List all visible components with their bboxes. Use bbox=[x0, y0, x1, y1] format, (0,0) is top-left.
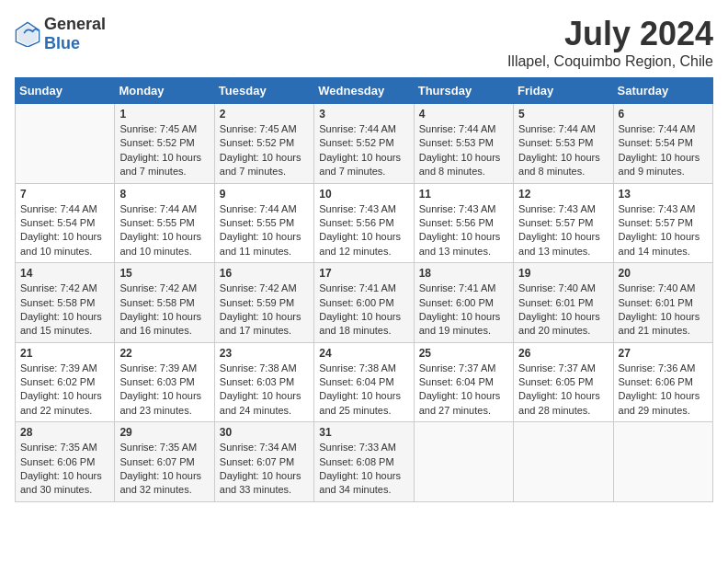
day-cell: 14 Sunrise: 7:42 AM Sunset: 5:58 PM Dayl… bbox=[16, 263, 115, 343]
day-number: 24 bbox=[319, 347, 408, 360]
daylight-text: Daylight: 10 hours and 28 minutes. bbox=[518, 390, 600, 415]
day-info: Sunrise: 7:34 AM Sunset: 6:07 PM Dayligh… bbox=[220, 441, 309, 498]
daylight-text: Daylight: 10 hours and 10 minutes. bbox=[20, 231, 102, 256]
day-number: 2 bbox=[220, 108, 309, 121]
day-info: Sunrise: 7:37 AM Sunset: 6:05 PM Dayligh… bbox=[518, 362, 608, 419]
day-cell: 6 Sunrise: 7:44 AM Sunset: 5:54 PM Dayli… bbox=[613, 104, 712, 184]
day-info: Sunrise: 7:39 AM Sunset: 6:02 PM Dayligh… bbox=[20, 362, 109, 419]
sunset-text: Sunset: 6:01 PM bbox=[518, 297, 593, 308]
day-cell: 2 Sunrise: 7:45 AM Sunset: 5:52 PM Dayli… bbox=[214, 104, 313, 184]
week-row-2: 14 Sunrise: 7:42 AM Sunset: 5:58 PM Dayl… bbox=[16, 263, 713, 343]
sunrise-text: Sunrise: 7:45 AM bbox=[119, 123, 197, 134]
day-cell: 10 Sunrise: 7:43 AM Sunset: 5:56 PM Dayl… bbox=[314, 183, 414, 263]
daylight-text: Daylight: 10 hours and 15 minutes. bbox=[20, 311, 102, 336]
day-info: Sunrise: 7:44 AM Sunset: 5:55 PM Dayligh… bbox=[220, 202, 309, 259]
day-info: Sunrise: 7:35 AM Sunset: 6:07 PM Dayligh… bbox=[119, 441, 209, 498]
day-number: 5 bbox=[518, 108, 608, 121]
sunrise-text: Sunrise: 7:44 AM bbox=[20, 203, 97, 214]
sunrise-text: Sunrise: 7:44 AM bbox=[119, 203, 197, 214]
sunset-text: Sunset: 5:53 PM bbox=[419, 137, 494, 148]
day-cell: 16 Sunrise: 7:42 AM Sunset: 5:59 PM Dayl… bbox=[214, 263, 313, 343]
daylight-text: Daylight: 10 hours and 30 minutes. bbox=[20, 470, 102, 495]
daylight-text: Daylight: 10 hours and 16 minutes. bbox=[119, 311, 201, 336]
logo-icon bbox=[15, 21, 40, 47]
daylight-text: Daylight: 10 hours and 29 minutes. bbox=[619, 390, 700, 415]
day-info: Sunrise: 7:44 AM Sunset: 5:55 PM Dayligh… bbox=[119, 202, 209, 259]
day-info: Sunrise: 7:41 AM Sunset: 6:00 PM Dayligh… bbox=[419, 282, 508, 339]
day-cell: 21 Sunrise: 7:39 AM Sunset: 6:02 PM Dayl… bbox=[16, 342, 115, 422]
day-cell: 9 Sunrise: 7:44 AM Sunset: 5:55 PM Dayli… bbox=[214, 183, 313, 263]
day-info: Sunrise: 7:44 AM Sunset: 5:52 PM Dayligh… bbox=[319, 122, 408, 179]
day-number: 3 bbox=[319, 108, 408, 121]
sunrise-text: Sunrise: 7:42 AM bbox=[220, 282, 297, 293]
page-header: General Blue July 2024 Illapel, Coquimbo… bbox=[15, 15, 713, 70]
day-number: 27 bbox=[619, 347, 708, 360]
day-info: Sunrise: 7:42 AM Sunset: 5:59 PM Dayligh… bbox=[220, 282, 309, 339]
day-info: Sunrise: 7:42 AM Sunset: 5:58 PM Dayligh… bbox=[119, 282, 209, 339]
day-cell: 17 Sunrise: 7:41 AM Sunset: 6:00 PM Dayl… bbox=[314, 263, 414, 343]
day-cell: 19 Sunrise: 7:40 AM Sunset: 6:01 PM Dayl… bbox=[514, 263, 613, 343]
day-cell: 24 Sunrise: 7:38 AM Sunset: 6:04 PM Dayl… bbox=[314, 342, 414, 422]
daylight-text: Daylight: 10 hours and 11 minutes. bbox=[220, 231, 301, 256]
sunset-text: Sunset: 6:06 PM bbox=[619, 376, 693, 387]
day-number: 7 bbox=[20, 188, 109, 201]
day-cell: 25 Sunrise: 7:37 AM Sunset: 6:04 PM Dayl… bbox=[414, 342, 513, 422]
daylight-text: Daylight: 10 hours and 8 minutes. bbox=[518, 152, 600, 177]
day-cell: 12 Sunrise: 7:43 AM Sunset: 5:57 PM Dayl… bbox=[514, 183, 613, 263]
daylight-text: Daylight: 10 hours and 9 minutes. bbox=[619, 152, 700, 177]
calendar-header: Sunday Monday Tuesday Wednesday Thursday… bbox=[16, 78, 713, 104]
sunset-text: Sunset: 5:58 PM bbox=[119, 297, 194, 308]
day-info: Sunrise: 7:43 AM Sunset: 5:56 PM Dayligh… bbox=[319, 202, 408, 259]
daylight-text: Daylight: 10 hours and 10 minutes. bbox=[119, 231, 201, 256]
day-cell: 30 Sunrise: 7:34 AM Sunset: 6:07 PM Dayl… bbox=[214, 422, 313, 502]
day-number: 9 bbox=[220, 188, 309, 201]
day-info: Sunrise: 7:41 AM Sunset: 6:00 PM Dayligh… bbox=[319, 282, 408, 339]
day-number: 6 bbox=[619, 108, 708, 121]
sunset-text: Sunset: 6:07 PM bbox=[119, 456, 194, 467]
daylight-text: Daylight: 10 hours and 20 minutes. bbox=[518, 311, 600, 336]
day-info: Sunrise: 7:45 AM Sunset: 5:52 PM Dayligh… bbox=[220, 122, 309, 179]
day-cell: 29 Sunrise: 7:35 AM Sunset: 6:07 PM Dayl… bbox=[115, 422, 214, 502]
day-cell bbox=[414, 422, 513, 502]
day-info: Sunrise: 7:38 AM Sunset: 6:03 PM Dayligh… bbox=[220, 362, 309, 419]
day-info: Sunrise: 7:37 AM Sunset: 6:04 PM Dayligh… bbox=[419, 362, 508, 419]
day-cell: 23 Sunrise: 7:38 AM Sunset: 6:03 PM Dayl… bbox=[214, 342, 313, 422]
month-year-title: July 2024 bbox=[507, 15, 713, 53]
sunset-text: Sunset: 6:03 PM bbox=[220, 376, 294, 387]
day-info: Sunrise: 7:33 AM Sunset: 6:08 PM Dayligh… bbox=[319, 441, 408, 498]
logo: General Blue bbox=[15, 15, 106, 53]
daylight-text: Daylight: 10 hours and 23 minutes. bbox=[119, 390, 201, 415]
day-cell: 5 Sunrise: 7:44 AM Sunset: 5:53 PM Dayli… bbox=[514, 104, 613, 184]
day-info: Sunrise: 7:42 AM Sunset: 5:58 PM Dayligh… bbox=[20, 282, 109, 339]
sunrise-text: Sunrise: 7:39 AM bbox=[20, 362, 97, 373]
sunrise-text: Sunrise: 7:44 AM bbox=[220, 203, 297, 214]
day-cell: 28 Sunrise: 7:35 AM Sunset: 6:06 PM Dayl… bbox=[16, 422, 115, 502]
day-number: 13 bbox=[619, 188, 708, 201]
sunrise-text: Sunrise: 7:43 AM bbox=[319, 203, 396, 214]
day-info: Sunrise: 7:43 AM Sunset: 5:57 PM Dayligh… bbox=[619, 202, 708, 259]
day-cell: 8 Sunrise: 7:44 AM Sunset: 5:55 PM Dayli… bbox=[115, 183, 214, 263]
sunrise-text: Sunrise: 7:41 AM bbox=[419, 282, 496, 293]
sunset-text: Sunset: 5:56 PM bbox=[319, 217, 393, 228]
daylight-text: Daylight: 10 hours and 27 minutes. bbox=[419, 390, 501, 415]
sunrise-text: Sunrise: 7:44 AM bbox=[518, 123, 596, 134]
sunrise-text: Sunrise: 7:35 AM bbox=[119, 442, 197, 453]
calendar-table: Sunday Monday Tuesday Wednesday Thursday… bbox=[15, 77, 713, 502]
day-cell: 27 Sunrise: 7:36 AM Sunset: 6:06 PM Dayl… bbox=[613, 342, 712, 422]
header-sunday: Sunday bbox=[16, 78, 115, 104]
sunrise-text: Sunrise: 7:44 AM bbox=[419, 123, 496, 134]
logo-text: General Blue bbox=[44, 15, 106, 53]
day-number: 18 bbox=[419, 267, 508, 280]
sunset-text: Sunset: 5:55 PM bbox=[119, 217, 194, 228]
daylight-text: Daylight: 10 hours and 13 minutes. bbox=[518, 231, 600, 256]
header-row: Sunday Monday Tuesday Wednesday Thursday… bbox=[16, 78, 713, 104]
header-thursday: Thursday bbox=[414, 78, 513, 104]
day-cell: 11 Sunrise: 7:43 AM Sunset: 5:56 PM Dayl… bbox=[414, 183, 513, 263]
day-cell bbox=[613, 422, 712, 502]
daylight-text: Daylight: 10 hours and 21 minutes. bbox=[619, 311, 700, 336]
sunset-text: Sunset: 5:57 PM bbox=[619, 217, 693, 228]
day-number: 11 bbox=[419, 188, 508, 201]
day-number: 23 bbox=[220, 347, 309, 360]
sunset-text: Sunset: 6:04 PM bbox=[319, 376, 393, 387]
daylight-text: Daylight: 10 hours and 32 minutes. bbox=[119, 470, 201, 495]
